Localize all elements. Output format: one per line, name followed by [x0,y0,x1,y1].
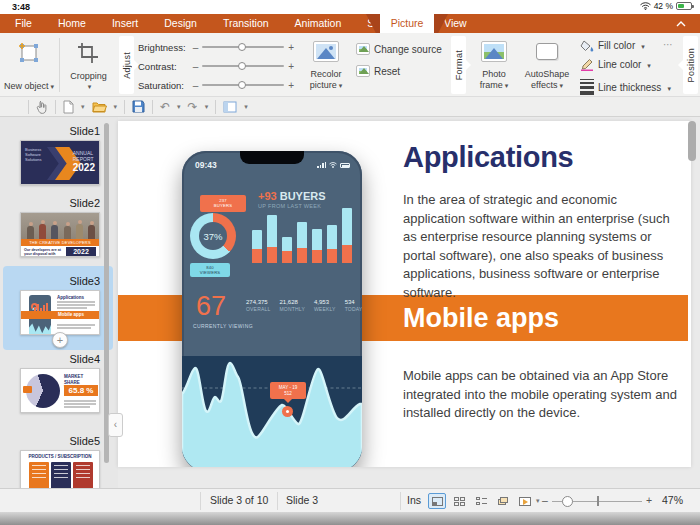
reset-button[interactable]: Reset [356,65,400,77]
menu-tab-animation[interactable]: Animation [282,14,355,33]
panel-collapse-handle[interactable]: ‹ [108,413,123,437]
insert-mode-indicator[interactable]: Ins [407,494,421,506]
saturation-slider-thumb[interactable] [238,81,246,89]
slide4-thumbnail[interactable]: MARKET SHAREWORLDWIDE 65.8 % [20,368,100,413]
pointer-hand-icon[interactable] [36,100,48,114]
saturation-minus-button[interactable]: – [189,80,203,91]
position-section-tab[interactable]: Position [683,36,698,94]
notes-view-button[interactable] [494,493,512,509]
clock: 3:48 [12,2,30,12]
cropping-button[interactable]: Cropping [60,33,117,97]
slideshow-button[interactable] [516,493,534,509]
viewers-tag: 840VIEWERS [190,263,230,277]
dropdown-caret-icon [503,80,509,90]
menu-tab-insert[interactable]: Insert [99,14,151,33]
picture-ribbon: New object Cropping Adjust Brightness: –… [0,33,700,97]
wifi-icon [640,2,651,10]
recolor-picture-button[interactable]: Recolor picture [300,33,352,97]
slide1-label[interactable]: Slide1 [20,125,100,137]
fill-color-button[interactable]: Fill color [580,39,645,52]
menu-tab-picture-active[interactable]: Picture [380,14,434,33]
adjust-section-tab[interactable]: Adjust [119,36,134,94]
outline-view-button[interactable] [472,493,490,509]
slide-body-text-1[interactable]: In the area of strategic and economic ap… [403,191,681,302]
normal-view-button[interactable] [428,493,446,509]
dropdown-caret-icon[interactable]: ▾ [177,103,181,111]
position-label: Position [686,48,696,82]
zoom-in-button[interactable]: + [646,494,652,506]
thumb2-caption: Our developers are at your disposal with… [24,248,64,257]
menu-tab-file[interactable]: File [2,14,45,33]
line-thickness-button[interactable]: Line thickness [580,77,671,97]
collapse-ribbon-icon[interactable] [676,21,686,27]
bar-segment [252,230,262,263]
dropdown-caret-icon[interactable]: ▾ [114,103,118,111]
brightness-slider[interactable] [202,46,284,48]
change-source-button[interactable]: Change source [356,43,442,55]
brightness-slider-thumb[interactable] [238,43,246,51]
phone-stats-row: 274,375OVERALL 21,628MONTHLY 4,953WEEKLY… [246,299,362,312]
slide5-label[interactable]: Slide5 [20,435,100,447]
menu-tab-transition[interactable]: Transition [210,14,282,33]
slide-sorter-button[interactable] [450,493,468,509]
slide-sorter-icon [454,497,465,506]
more-options-button[interactable]: ⋯ [663,39,674,50]
menu-tab-design[interactable]: Design [151,14,210,33]
slide1-thumbnail[interactable]: Business Software Solutions ANNUAL REPOR… [20,140,100,185]
fill-color-label: Fill color [598,40,635,51]
slide3-label[interactable]: Slide3 [20,275,100,287]
dropdown-caret-icon[interactable]: ▾ [205,103,209,111]
line-color-button[interactable]: Line color [580,58,651,71]
bar-segment [297,222,307,263]
dropdown-caret-icon[interactable]: ▾ [536,497,540,505]
dropdown-caret-icon[interactable]: ▾ [81,103,85,111]
normal-view-icon [432,497,443,506]
format-section-tab[interactable]: Format [451,36,466,94]
phone-mockup-image[interactable]: 09:43 237BUYERS 37% 840VIEWERS [182,151,362,467]
view-options-icon[interactable] [8,104,21,110]
contrast-label: Contrast: [138,61,189,72]
format-label: Format [454,50,464,80]
contrast-minus-button[interactable]: – [189,61,203,72]
brightness-plus-button[interactable]: + [284,42,298,53]
photo-frame-button[interactable]: Photo frame [470,33,518,97]
slide4-label[interactable]: Slide4 [20,353,100,365]
slide-title[interactable]: Applications [403,141,573,174]
dropdown-caret-icon[interactable]: ▾ [244,103,248,111]
thumb5-title: PRODUCTS / SUBSCRIPTION [21,454,99,459]
phone-battery-icon [340,163,350,168]
slide5-thumbnail[interactable]: PRODUCTS / SUBSCRIPTION [20,450,100,488]
slide3-thumbnail-selected[interactable]: Applications Mobile apps [20,290,100,335]
saturation-slider[interactable] [202,84,284,86]
line-color-label: Line color [598,59,641,70]
panel-scrollbar[interactable] [104,123,109,463]
menu-tab-home[interactable]: Home [45,14,99,33]
contrast-plus-button[interactable]: + [284,61,298,72]
undo-button[interactable]: ↶ [160,101,170,113]
redo-button[interactable]: ↷ [188,101,198,113]
open-file-button[interactable] [92,101,107,113]
contrast-slider-thumb[interactable] [238,62,246,70]
canvas-scrollbar[interactable] [688,121,696,161]
layout-view-button[interactable] [223,101,237,113]
save-button[interactable] [132,100,145,113]
brightness-slider-row: Brightness: – + [138,40,298,54]
bar-segment [342,208,352,263]
slide-body-text-2[interactable]: Mobile apps can be obtained via an App S… [403,367,681,423]
new-object-button[interactable]: New object [0,33,58,97]
zoom-out-button[interactable]: – [542,494,548,506]
current-slide[interactable]: Mobile apps Applications In the area of … [118,121,691,467]
contrast-slider[interactable] [202,65,284,67]
autoshape-effects-button[interactable]: AutoShape effects [520,33,574,97]
new-object-label: New object [4,81,49,91]
new-document-button[interactable] [63,100,74,114]
zoom-level[interactable]: 47% [662,494,683,506]
workspace: Slide1 Business Software Solutions ANNUA… [0,117,700,488]
slide2-label[interactable]: Slide2 [20,197,100,209]
add-slide-button[interactable]: + [52,332,68,348]
saturation-plus-button[interactable]: + [284,80,298,91]
adjust-label: Adjust [122,52,132,79]
brightness-minus-button[interactable]: – [189,42,203,53]
slide2-thumbnail[interactable]: THE CREATIVE DEVELOPERS Our developers a… [20,212,100,257]
zoom-slider-thumb[interactable] [562,496,573,507]
